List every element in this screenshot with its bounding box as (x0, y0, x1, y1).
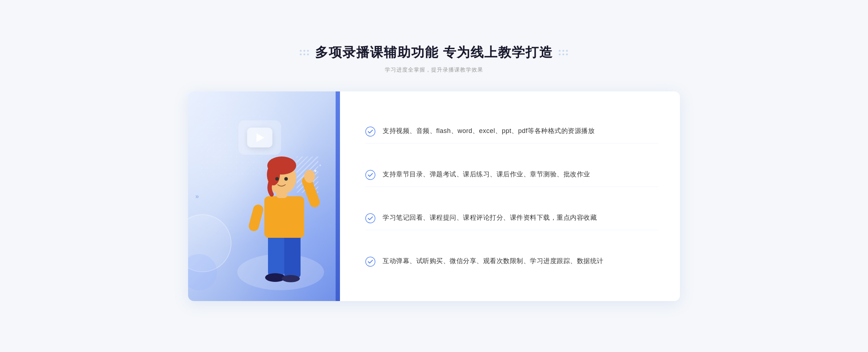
page-container: 多项录播课辅助功能 专为线上教学打造 学习进度全掌握，提升录播课教学效果 (181, 29, 687, 323)
dot (562, 50, 564, 52)
check-icon-4 (365, 257, 375, 267)
dot (307, 50, 309, 52)
chevron-icon: » (195, 193, 199, 200)
svg-rect-1 (268, 232, 284, 276)
check-icon-3 (365, 213, 375, 223)
svg-point-14 (284, 177, 288, 181)
dot (307, 53, 309, 55)
person-illustration: ✦ ✦ (234, 128, 335, 301)
dot (300, 53, 302, 55)
right-dots-decoration (559, 50, 568, 56)
subtitle: 学习进度全掌握，提升录播课教学效果 (188, 66, 680, 73)
content-area: » (188, 91, 680, 301)
person-svg: ✦ ✦ (234, 128, 335, 301)
feature-text-4: 互动弹幕、试听购买、微信分享、观看次数限制、学习进度跟踪、数据统计 (383, 256, 604, 266)
left-dots-decoration (300, 50, 309, 56)
main-title: 多项录播课辅助功能 专为线上教学打造 (315, 44, 553, 61)
header-section: 多项录播课辅助功能 专为线上教学打造 学习进度全掌握，提升录播课教学效果 (188, 44, 680, 73)
feature-text-3: 学习笔记回看、课程提问、课程评论打分、课件资料下载，重点内容收藏 (383, 213, 597, 223)
check-icon-1 (365, 126, 375, 137)
dot (559, 50, 561, 52)
dot (562, 53, 564, 55)
feature-item-4: 互动弹幕、试听购买、微信分享、观看次数限制、学习进度跟踪、数据统计 (365, 249, 658, 273)
svg-text:✦: ✦ (313, 168, 318, 174)
feature-text-2: 支持章节目录、弹题考试、课后练习、课后作业、章节测验、批改作业 (383, 169, 590, 180)
feature-text-1: 支持视频、音频、flash、word、excel、ppt、pdf等各种格式的资源… (383, 126, 595, 136)
feature-item-3: 学习笔记回看、课程提问、课程评论打分、课件资料下载，重点内容收藏 (365, 206, 658, 230)
svg-rect-2 (284, 232, 301, 278)
svg-rect-5 (264, 196, 304, 238)
arrows-decoration: » (195, 193, 199, 200)
svg-rect-7 (248, 203, 264, 232)
svg-point-19 (366, 214, 375, 223)
feature-item-1: 支持视频、音频、flash、word、excel、ppt、pdf等各种格式的资源… (365, 119, 658, 143)
dot (300, 50, 302, 52)
dot (559, 53, 561, 55)
blue-bar-decoration (336, 91, 340, 301)
feature-item-2: 支持章节目录、弹题考试、课后练习、课后作业、章节测验、批改作业 (365, 163, 658, 187)
svg-point-17 (366, 127, 375, 136)
dot (303, 50, 305, 52)
dot (303, 53, 305, 55)
svg-point-18 (366, 170, 375, 180)
title-row: 多项录播课辅助功能 专为线上教学打造 (188, 44, 680, 61)
dot (566, 53, 568, 55)
svg-text:✦: ✦ (319, 163, 322, 167)
svg-point-20 (366, 257, 375, 266)
illustration-panel: » (188, 91, 340, 301)
check-icon-2 (365, 170, 375, 180)
svg-point-13 (275, 177, 279, 181)
dot (566, 50, 568, 52)
svg-point-4 (282, 275, 300, 282)
features-panel: 支持视频、音频、flash、word、excel、ppt、pdf等各种格式的资源… (340, 91, 680, 301)
